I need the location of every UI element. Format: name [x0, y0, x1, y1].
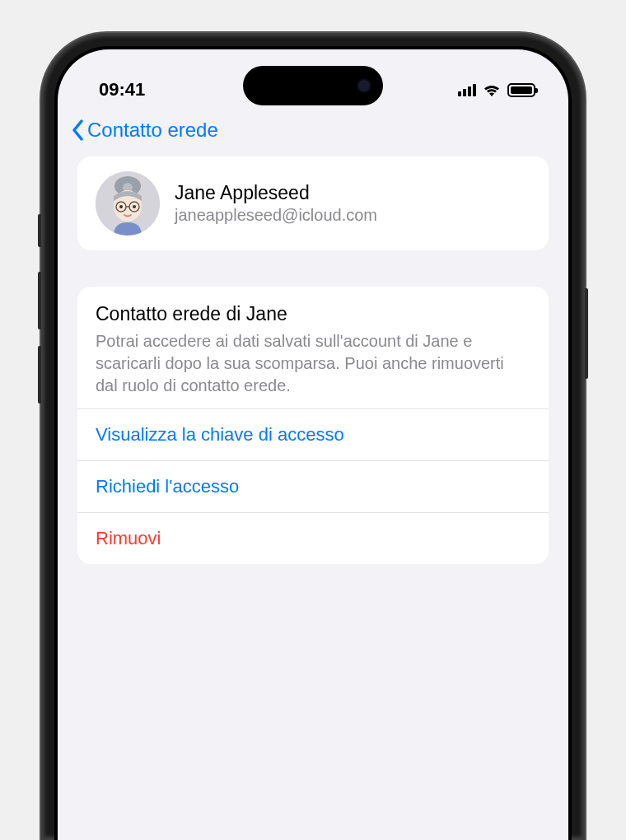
section-title: Contatto erede di Jane [96, 303, 530, 325]
contact-card: Jane Appleseed janeappleseed@icloud.com [77, 156, 549, 250]
request-access-button[interactable]: Richiedi l'accesso [77, 460, 549, 512]
svg-point-7 [119, 205, 123, 208]
avatar [96, 171, 160, 236]
volume-up-button [38, 272, 41, 329]
front-camera-icon [357, 78, 371, 93]
wifi-icon [483, 83, 501, 96]
back-chevron-icon[interactable] [69, 119, 86, 142]
cellular-signal-icon [458, 83, 476, 96]
status-time: 09:41 [99, 79, 145, 100]
battery-icon [507, 83, 535, 97]
legacy-section-card: Contatto erede di Jane Potrai accedere a… [77, 287, 549, 564]
screen: 09:41 [58, 49, 568, 840]
phone-frame: 09:41 [41, 33, 585, 840]
silent-switch [38, 214, 41, 247]
power-button [585, 288, 588, 379]
svg-point-8 [133, 205, 136, 208]
dynamic-island [243, 66, 383, 105]
contact-email: janeappleseed@icloud.com [175, 206, 377, 225]
navigation-bar: Contatto erede [58, 107, 568, 156]
volume-down-button [38, 346, 41, 404]
contact-name: Jane Appleseed [175, 182, 377, 204]
view-access-key-button[interactable]: Visualizza la chiave di accesso [77, 408, 549, 460]
section-description: Potrai accedere ai dati salvati sull'acc… [96, 330, 530, 397]
remove-button[interactable]: Rimuovi [77, 512, 549, 564]
back-button-label[interactable]: Contatto erede [87, 119, 218, 142]
contact-row[interactable]: Jane Appleseed janeappleseed@icloud.com [77, 156, 549, 250]
